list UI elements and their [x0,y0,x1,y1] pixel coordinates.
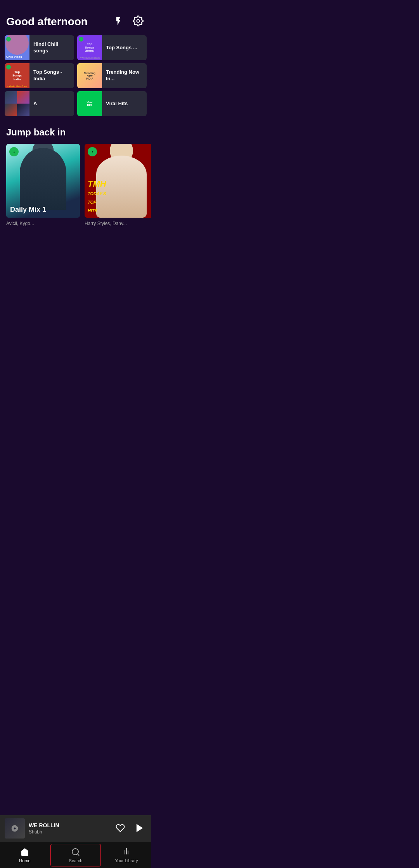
weekly-charts-label: ↗ Weekly Music Charts [78,57,101,59]
quick-picks-grid: Chill Vibes Hindi Chill songs TopSongsGl… [0,35,151,116]
mixed-cell-2 [17,91,29,104]
card-sublabel-todays-top-hits: Harry Styles, Dany... [85,221,151,226]
grid-label-trending-india: Trending Now In... [102,69,147,82]
card-todays-top-hits[interactable]: ♪ TMHTODAY'STOPHITS Harry Styles, Dany..… [85,144,151,226]
settings-button[interactable] [131,14,145,29]
grid-item-viral-hits[interactable]: ViralHits Viral Hits [77,91,147,116]
grid-item-hindi-chill[interactable]: Chill Vibes Hindi Chill songs [5,35,74,60]
jump-back-title: Jump back in [0,116,151,144]
spotify-dot [6,37,11,42]
grid-label-viral-hits: Viral Hits [102,100,132,107]
header-icons [112,14,145,29]
flash-button[interactable] [112,14,125,29]
grid-thumb-viral-hits: ViralHits [77,91,102,116]
flash-icon [113,16,123,26]
viral-hits-thumb-text: ViralHits [87,101,92,106]
svg-point-0 [137,20,140,23]
grid-thumb-a [5,91,29,116]
gear-icon [133,16,144,26]
grid-thumb-hindi-chill: Chill Vibes [5,35,29,60]
spotify-dot-2 [79,37,83,42]
chill-vibes-label: Chill Vibes [6,55,22,59]
card-thumb-daily-mix-1: ♪ Daily Mix 1 [6,144,80,218]
mixed-cell-1 [5,91,17,104]
top-hits-thumb-label: TMHTODAY'STOPHITS [88,180,106,214]
mixed-cell-3 [5,104,17,116]
top-songs-global-thumb-title: TopSongsGlobal [85,43,95,53]
page-title: Good afternoon [6,16,112,28]
header: Good afternoon [0,9,151,35]
grid-item-a[interactable]: A [5,91,74,116]
grid-label-top-songs-india: Top Songs - India [29,69,74,82]
grid-thumb-trending-india: TrendingNowINDIA [77,63,102,88]
spotify-dot-3 [6,65,11,69]
card-sublabel-daily-mix-1: Avicii, Kygo... [6,221,80,226]
grid-label-hindi-chill: Hindi Chill songs [29,41,74,54]
grid-item-trending-india[interactable]: TrendingNowINDIA Trending Now In... [77,63,147,88]
status-bar [0,0,151,9]
weekly-charts-india-label: ↗ Weekly Music Charts [5,85,29,87]
grid-thumb-top-songs-global: TopSongsGlobal ↗ Weekly Music Charts [77,35,102,60]
grid-item-top-songs-india[interactable]: TopSongsIndia ↗ Weekly Music Charts Top … [5,63,74,88]
jump-back-cards: ♪ Daily Mix 1 Avicii, Kygo... ♪ [0,144,151,232]
daily-mix-thumb-label: Daily Mix 1 [10,206,46,214]
card-thumb-todays-top-hits: ♪ TMHTODAY'STOPHITS [85,144,151,218]
mixed-cell-4 [17,104,29,116]
grid-item-top-songs-global[interactable]: TopSongsGlobal ↗ Weekly Music Charts Top… [77,35,147,60]
top-songs-india-thumb-text: TopSongsIndia [12,69,23,82]
grid-label-top-songs-global: Top Songs ... [102,45,141,51]
trending-india-thumb-text: TrendingNowINDIA [84,72,95,80]
grid-label-a: A [29,100,41,107]
grid-thumb-top-songs-india: TopSongsIndia ↗ Weekly Music Charts [5,63,29,88]
card-daily-mix-1[interactable]: ♪ Daily Mix 1 Avicii, Kygo... [6,144,80,226]
